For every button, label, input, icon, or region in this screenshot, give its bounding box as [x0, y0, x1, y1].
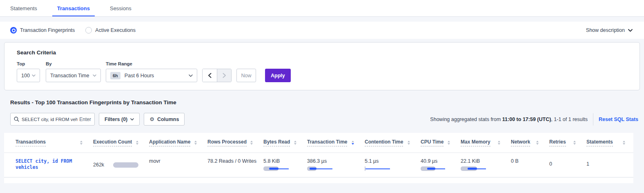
- sort-icon: [294, 141, 296, 145]
- radio-active-executions[interactable]: Active Executions: [85, 27, 136, 34]
- cell-application-name: movr: [149, 158, 207, 171]
- show-description-toggle[interactable]: Show description: [586, 27, 633, 33]
- search-criteria-card: Search Criteria Top 100 By Transaction T…: [4, 42, 640, 90]
- filters-button[interactable]: Filters (0): [99, 113, 140, 126]
- tab-transactions[interactable]: Transactions: [55, 0, 92, 16]
- cell-cpu-time: 40.9 µs: [421, 158, 461, 171]
- transactions-table: Transactions Execution Count Application…: [4, 133, 633, 183]
- sort-icon: [498, 141, 500, 145]
- search-enter-button[interactable]: Enter: [79, 117, 91, 122]
- chevron-down-icon: [189, 74, 193, 77]
- cell-bytes-read: 5.8 KiB: [263, 158, 307, 171]
- table-row: SELECT city, id FROM vehicles 262k movr …: [4, 153, 633, 177]
- sort-icon: [250, 141, 253, 145]
- col-header-retries[interactable]: Retries: [549, 139, 586, 146]
- by-select[interactable]: Transaction Time: [46, 69, 101, 82]
- sort-icon: [80, 141, 82, 145]
- apply-button[interactable]: Apply: [265, 69, 291, 82]
- time-range-label: Time Range: [106, 61, 197, 66]
- max-memory-bar: [461, 166, 489, 171]
- col-header-execution-count[interactable]: Execution Count: [93, 139, 149, 146]
- columns-button[interactable]: ⚙ Columns: [144, 113, 185, 126]
- cell-contention-time: 5.1 µs: [365, 158, 421, 171]
- aggregated-stats-text: Showing aggregated stats from 11:00 to 1…: [430, 117, 588, 122]
- top-label: Top: [17, 61, 40, 66]
- now-button[interactable]: Now: [236, 69, 256, 82]
- col-header-transaction-time[interactable]: Transaction Time: [307, 139, 365, 146]
- sort-icon: [536, 141, 539, 145]
- col-header-rows-processed[interactable]: Rows Processed: [207, 139, 263, 146]
- cell-statements: 1: [586, 158, 633, 171]
- radio-selected-icon: [10, 27, 17, 34]
- by-label: By: [46, 61, 101, 66]
- transaction-fingerprint-link[interactable]: SELECT city, id FROM vehicles: [16, 158, 93, 171]
- sort-icon: [573, 141, 576, 145]
- chevron-down-icon: [130, 118, 134, 121]
- cell-transaction-time: 386.3 µs: [307, 158, 365, 171]
- gear-icon: ⚙: [149, 116, 154, 122]
- table-header-row: Transactions Execution Count Application…: [4, 133, 633, 153]
- sql-activity-tabbar: Statements Transactions Sessions: [0, 0, 644, 17]
- col-header-max-memory[interactable]: Max Memory: [461, 139, 511, 146]
- by-field: By Transaction Time: [46, 61, 101, 82]
- radio-transaction-fingerprints[interactable]: Transaction Fingerprints: [10, 27, 75, 34]
- radio-label: Transaction Fingerprints: [20, 27, 75, 33]
- sort-icon: [408, 141, 410, 145]
- tab-sessions[interactable]: Sessions: [107, 0, 134, 16]
- time-range-select[interactable]: 6h Past 6 Hours: [106, 69, 197, 82]
- contention-time-bar: [365, 166, 393, 171]
- view-radio-group: Transaction Fingerprints Active Executio…: [10, 27, 136, 34]
- transaction-time-bar: [307, 166, 336, 171]
- search-input[interactable]: SELECT city, id FROM vehicles W: [22, 117, 78, 122]
- cell-execution-count: 262k: [93, 158, 149, 171]
- col-header-network[interactable]: Network: [511, 139, 549, 146]
- top-field: Top 100: [17, 61, 40, 82]
- sort-icon: [623, 141, 625, 145]
- sort-icon: [448, 141, 450, 145]
- chevron-down-icon: [628, 29, 633, 32]
- top-select[interactable]: 100: [17, 69, 40, 82]
- results-heading: Results - Top 100 Transaction Fingerprin…: [10, 99, 644, 105]
- reset-sql-stats-link[interactable]: Reset SQL Stats: [599, 117, 638, 122]
- execution-count-bar: [113, 162, 138, 168]
- radio-label: Active Executions: [95, 27, 136, 33]
- search-criteria-title: Search Criteria: [17, 49, 627, 56]
- cell-transaction-fingerprint: SELECT city, id FROM vehicles: [16, 158, 93, 171]
- time-shift-group: [202, 69, 232, 82]
- col-header-application-name[interactable]: Application Name: [149, 139, 207, 146]
- col-header-bytes-read[interactable]: Bytes Read: [263, 139, 307, 146]
- cell-network: 0 B: [511, 158, 549, 171]
- cell-max-memory: 22.1 KiB: [461, 158, 511, 171]
- time-range-badge: 6h: [110, 72, 120, 79]
- col-header-contention-time[interactable]: Contention Time: [365, 139, 421, 146]
- bytes-read-bar: [263, 166, 292, 171]
- chevron-down-icon: [32, 74, 36, 77]
- results-controls-row: SELECT city, id FROM vehicles W Enter Fi…: [10, 113, 638, 126]
- col-header-statements[interactable]: Statements: [586, 139, 633, 146]
- cpu-time-bar: [421, 166, 449, 171]
- show-description-label: Show description: [586, 27, 625, 33]
- view-toggle-band: Transaction Fingerprints Active Executio…: [0, 22, 644, 39]
- fingerprint-search-box[interactable]: SELECT city, id FROM vehicles W Enter: [10, 113, 95, 126]
- radio-unselected-icon: [85, 27, 92, 34]
- col-header-cpu-time[interactable]: CPU Time: [421, 139, 461, 146]
- cell-rows-processed: 78.2 Reads / 0 Writes: [207, 158, 263, 171]
- col-header-transactions[interactable]: Transactions: [16, 139, 93, 146]
- time-next-button[interactable]: [217, 69, 231, 82]
- search-icon: [14, 117, 19, 122]
- time-range-field: Time Range 6h Past 6 Hours: [106, 61, 197, 82]
- sort-icon: [352, 141, 354, 145]
- cell-retries: 0: [549, 158, 586, 171]
- sort-icon: [136, 141, 138, 145]
- tab-statements[interactable]: Statements: [8, 0, 40, 16]
- chevron-down-icon: [93, 74, 96, 77]
- sort-icon: [194, 141, 197, 145]
- divider: [593, 113, 593, 126]
- time-prev-button[interactable]: [203, 69, 217, 82]
